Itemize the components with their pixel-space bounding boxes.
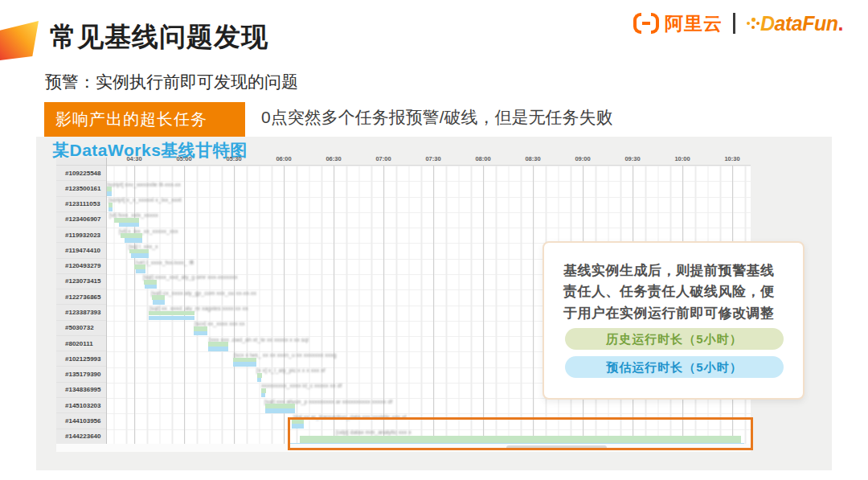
time-tick: 06:00 [276,155,291,162]
slide-accent-shape [0,21,39,60]
task-id: #119474410 [56,243,106,258]
estimated-runtime-bar [125,238,142,243]
task-label: [x x] x_l_aly_pic x x x xxx xf [256,367,326,373]
highlight-rect [288,417,753,450]
time-tick: 10:30 [724,155,739,162]
task-label: [script] x_x_xxxxxl x_lxx_xxxt [108,197,182,203]
datafun-logo-text: DataFun. [760,12,843,35]
time-tick: 05:00 [176,155,191,162]
task-id: #122736865 [56,289,106,305]
time-tick: 09:00 [575,155,590,162]
task-id: #123500161 [56,181,106,196]
alicloud-logo-icon [633,13,659,35]
callout-card: 基线实例生成后，则提前预警基线责任人、任务责任人破线风险，便于用户在实例运行前即… [542,241,805,400]
estimated-runtime-bar [194,331,207,336]
estimated-runtime-bar [233,362,256,367]
task-id: #144223640 [56,429,106,445]
slide-subtitle: 预警：实例执行前即可发现的问题 [45,71,298,93]
callout-text: 基线实例生成后，则提前预警基线责任人、任务责任人破线风险，便于用户在实例运行前即… [563,261,776,324]
task-label: [script] xxv_wxxxxlle lll-xxx-xx [107,182,181,187]
estimated-runtime-bar [145,285,157,289]
task-id: #119932023 [56,228,106,243]
estimated-runtime-bar [131,253,149,258]
history-duration-pill[interactable]: 历史运行时长（5小时） [565,328,784,350]
brand-logos: 阿里云 DataFun. [633,10,843,37]
slide: 常见基线问题发现 阿里云 DataFun. 预警：实例执行前即可发现的问题 影响… [0,0,868,480]
time-tick: 08:30 [525,155,540,162]
task-label: xxxxxxxxx_xxxx id_c xxxxx xx df [261,383,342,388]
time-tick: 05:30 [226,155,241,162]
topic-banner: 影响产出的超长任务 [44,102,245,137]
estimated-runtime-bar [119,223,139,228]
task-label: [sql] xxxx_xxd_aly_g omr xxx-xxxxxxx [143,274,237,280]
id-column-header [56,158,106,166]
estimated-runtime-bar [208,347,228,351]
task-id: #5030732 [56,321,106,336]
time-tick: 10:00 [674,155,690,162]
estimated-duration-pill[interactable]: 预估运行时长（5小时） [565,356,784,378]
brand-divider [733,13,735,34]
time-tick: 07:00 [375,155,391,162]
estimated-runtime-bar [261,393,265,398]
estimated-runtime-bar [153,300,165,305]
banner-note: 0点突然多个任务报预警/破线，但是无任务失败 [261,106,613,129]
task-id-column: #109225548#123500161#123111053#123406907… [56,158,107,444]
time-tick: 04:30 [126,155,141,162]
time-axis: 04:3005:0005:3006:0006:3007:0007:3008:00… [107,155,751,165]
datafun-dots-icon [746,14,760,32]
time-tick: 09:30 [624,155,640,162]
time-tick: 06:30 [326,155,341,162]
time-tick: 07:30 [425,155,440,162]
task-id: #134836995 [56,383,106,398]
task-id: #135179390 [56,367,106,382]
estimated-runtime-bar [257,378,261,383]
task-id: #123111053 [56,197,106,212]
estimated-runtime-bar [265,408,295,413]
task-id: #145103203 [56,398,106,413]
task-id: #123406907 [56,212,106,228]
task-id: #120493279 [56,259,106,274]
time-tick: 08:00 [475,155,490,162]
task-id: #123387393 [56,305,106,320]
alicloud-logo-text: 阿里云 [665,11,723,36]
estimated-runtime-bar [108,207,113,212]
task-id: #123073415 [56,274,106,289]
estimated-runtime-bar [149,316,194,321]
task-id: #8020111 [56,336,106,351]
task-id: #144103956 [56,413,106,429]
task-id: #102125993 [56,351,106,367]
task-id: #109225548 [56,166,106,181]
page-title: 常见基线问题发现 [50,19,268,55]
task-label: [sql] cx_xxxx aly_gp_com xxx_ou xx-xx-xx [151,290,256,296]
estimated-runtime-bar [107,191,112,196]
estimated-runtime-bar [136,269,145,274]
